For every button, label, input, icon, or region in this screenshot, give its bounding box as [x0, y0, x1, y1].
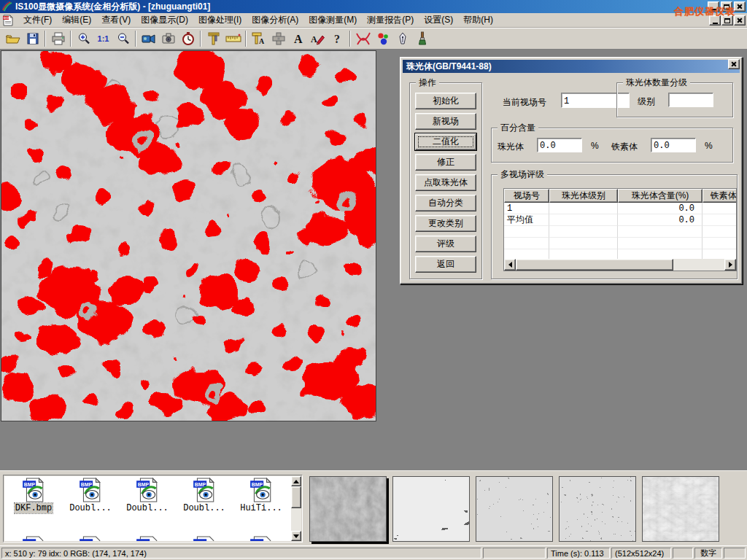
file-item-doubl2[interactable]: BMP Doubl...: [120, 478, 175, 513]
child-restore-button[interactable]: [721, 15, 733, 26]
ferrite-percent-input[interactable]: [651, 138, 696, 152]
child-close-button[interactable]: [734, 15, 746, 26]
grade-input[interactable]: [668, 93, 713, 107]
minimize-icon: [711, 9, 716, 10]
file-item-doubl3[interactable]: BMP Doubl...: [177, 478, 232, 513]
pearlite-percent-input[interactable]: [537, 138, 582, 152]
bmp-file-icon: BMP: [21, 478, 46, 502]
rate-button[interactable]: 评级: [415, 236, 476, 252]
timer-button[interactable]: [178, 30, 198, 48]
close-button[interactable]: [734, 1, 746, 12]
scroll-left-icon: [508, 262, 512, 268]
table-row[interactable]: 1 0.0: [504, 203, 737, 214]
file-item-dkf[interactable]: BMP DKF.bmp: [6, 478, 61, 513]
cell-pearlite-content: 0.0: [618, 214, 703, 226]
zoom-out-button[interactable]: [113, 30, 133, 48]
percent-group-label: 百分含量: [498, 122, 538, 133]
menu-item-image-display[interactable]: 图像显示(D): [136, 12, 193, 28]
print-button[interactable]: [48, 30, 68, 48]
actual-size-button[interactable]: 1:1: [93, 30, 113, 48]
menu-item-view[interactable]: 查看(V): [96, 12, 136, 28]
file-item-partial[interactable]: BMP: [63, 536, 118, 541]
scroll-right-icon: [729, 262, 732, 268]
save-button[interactable]: [23, 30, 42, 48]
auto-classify-button[interactable]: 自动分类: [415, 195, 476, 211]
scroll-down-button[interactable]: [291, 531, 301, 541]
file-item-partial[interactable]: BMP: [233, 536, 289, 541]
rating-table: 视场号 珠光体级别 珠光体含量(%) 铁素体含量(%) 1 0.0 平均值 0.…: [503, 188, 737, 271]
camera-capture-button[interactable]: [158, 30, 178, 48]
curve-tool-button[interactable]: [353, 30, 373, 48]
change-class-button[interactable]: 更改类别: [415, 215, 476, 232]
open-button[interactable]: [3, 30, 23, 48]
annotate-button[interactable]: A: [308, 30, 328, 48]
menu-item-edit[interactable]: 编辑(E): [57, 12, 96, 28]
menu-item-image-analysis[interactable]: 图像分析(A): [247, 12, 303, 28]
scroll-down-icon: [293, 534, 299, 538]
status-empty-2: [673, 548, 693, 559]
binarize-button[interactable]: 二值化: [415, 133, 476, 150]
menu-item-file[interactable]: 文件(F): [18, 12, 57, 28]
bmp-file-icon: BMP: [78, 536, 103, 541]
file-item-partial[interactable]: BMP: [6, 536, 61, 541]
thumbnail-5[interactable]: [642, 476, 719, 542]
video-capture-button[interactable]: [139, 30, 158, 48]
merge-grid-button[interactable]: [268, 30, 288, 48]
initialize-button[interactable]: 初始化: [415, 93, 476, 109]
file-item-huiti[interactable]: BMP HuiTi...: [233, 478, 289, 513]
toolbar-separator: [200, 31, 201, 47]
menu-item-image-process[interactable]: 图像处理(I): [193, 12, 247, 28]
svg-text:A: A: [311, 34, 317, 44]
scrollbar-thumb[interactable]: [291, 486, 301, 508]
menu-item-report[interactable]: 测量报告(P): [362, 12, 419, 28]
table-horizontal-scrollbar[interactable]: [504, 259, 736, 271]
child-minimize-button[interactable]: [709, 15, 721, 26]
menu-item-settings[interactable]: 设置(S): [419, 12, 458, 28]
measure-text-icon: A: [251, 31, 267, 46]
file-item-partial[interactable]: BMP: [120, 536, 175, 541]
svg-text:?: ?: [334, 33, 340, 45]
toolbar: 1:1 A A A ?: [0, 28, 747, 50]
col-pearlite-grade: 珠光体级别: [549, 189, 618, 203]
zoom-in-button[interactable]: [74, 30, 93, 48]
brush-button[interactable]: [412, 30, 432, 48]
toolbar-separator: [44, 31, 46, 47]
pen-button[interactable]: [392, 30, 412, 48]
measure-text-button[interactable]: A: [249, 30, 268, 48]
ruler-button[interactable]: [223, 30, 243, 48]
multi-field-group-label: 多视场评级: [498, 169, 547, 179]
thumbnail-1[interactable]: [309, 476, 387, 542]
thumbnail-3[interactable]: [476, 476, 553, 542]
file-list-scrollbar[interactable]: [291, 476, 301, 541]
actual-size-icon: 1:1: [98, 34, 109, 43]
dialog-close-button[interactable]: [728, 59, 740, 69]
thumbnail-2[interactable]: [392, 476, 470, 542]
micrograph-image[interactable]: [1, 50, 376, 421]
menu-item-image-measure[interactable]: 图像测量(M): [303, 12, 362, 28]
annotate-icon: A: [310, 31, 326, 46]
file-item-doubl1[interactable]: BMP Doubl...: [63, 478, 118, 513]
dialog-title-bar[interactable]: 珠光体(GB/T9441-88): [403, 60, 740, 73]
text-button[interactable]: A: [288, 30, 308, 48]
caliper-button[interactable]: [204, 30, 223, 48]
minimize-button[interactable]: [708, 1, 719, 12]
pick-pearlite-button[interactable]: 点取珠光体: [415, 174, 476, 191]
pearlite-dialog: 珠光体(GB/T9441-88) 操作 初始化 新视场 二值化 修正 点取珠光体…: [400, 57, 743, 284]
restore-button[interactable]: [721, 1, 732, 12]
file-item-partial[interactable]: BMP: [177, 536, 232, 541]
scroll-up-button[interactable]: [291, 476, 301, 486]
table-row[interactable]: 平均值 0.0: [504, 214, 737, 226]
thumbnail-4[interactable]: [559, 476, 636, 542]
return-button[interactable]: 返回: [415, 256, 476, 273]
new-field-button[interactable]: 新视场: [415, 113, 476, 130]
help-button[interactable]: ?: [328, 30, 347, 48]
menu-item-help[interactable]: 帮助(H): [458, 12, 498, 28]
curve-cross-icon: [355, 31, 372, 46]
scroll-left-button[interactable]: [504, 259, 516, 271]
correct-button[interactable]: 修正: [415, 154, 476, 171]
ruler-icon: [225, 31, 242, 46]
classify-button[interactable]: [373, 30, 392, 48]
application-window: { "window": { "title": "IS100显微摄像系统(金相分析…: [0, 0, 747, 560]
scrollbar-thumb[interactable]: [516, 259, 673, 271]
scroll-right-button[interactable]: [724, 259, 736, 271]
